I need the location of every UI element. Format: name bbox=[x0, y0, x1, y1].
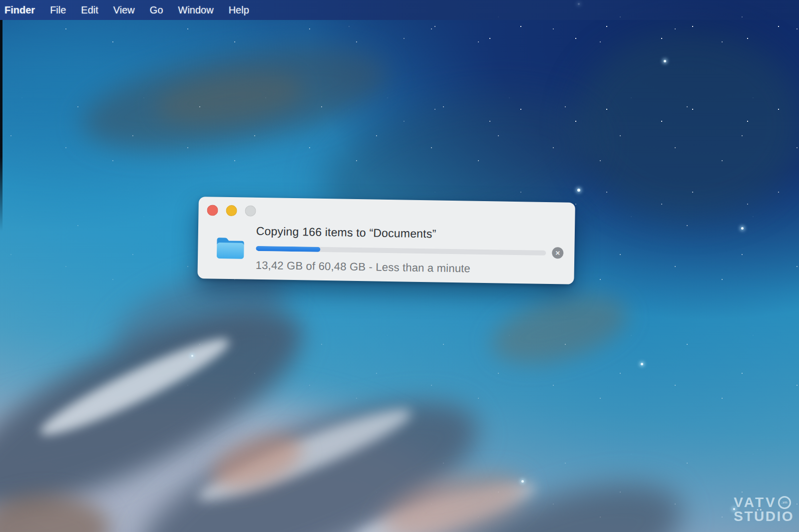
copy-info: Copying 166 items to “Documents” ✕ 13,42… bbox=[256, 225, 564, 277]
close-button[interactable] bbox=[207, 205, 218, 216]
bright-star bbox=[664, 60, 666, 62]
bright-star bbox=[191, 355, 193, 357]
cloud-shape bbox=[192, 397, 417, 513]
cloud-shape bbox=[205, 424, 309, 499]
watermark-text-top: VATV bbox=[734, 496, 777, 509]
bright-star bbox=[577, 189, 580, 192]
cloud-shape bbox=[120, 366, 498, 532]
menu-item-file[interactable]: File bbox=[50, 4, 66, 16]
watermark-vn-badge: .vn bbox=[778, 496, 791, 509]
zoom-button-disabled[interactable] bbox=[245, 205, 256, 216]
cloud-shape bbox=[0, 272, 327, 532]
stop-x-icon: ✕ bbox=[555, 250, 560, 257]
stop-button[interactable]: ✕ bbox=[552, 247, 563, 259]
watermark-line1: VATV .vn bbox=[734, 496, 794, 509]
watermark: VATV .vn STÜDIO bbox=[734, 496, 794, 524]
copy-title: Copying 166 items to “Documents” bbox=[256, 225, 564, 243]
menu-item-finder[interactable]: Finder bbox=[4, 4, 35, 16]
cloud-shape bbox=[409, 456, 699, 532]
cloud-shape bbox=[0, 399, 449, 532]
menu-item-view[interactable]: View bbox=[113, 4, 135, 16]
cloud-shape bbox=[0, 494, 110, 532]
cloud-shape bbox=[375, 461, 534, 532]
cloud-shape bbox=[350, 474, 540, 532]
progress-bar-fill bbox=[256, 246, 320, 252]
bright-star bbox=[521, 480, 524, 483]
watermark-text-bottom: STÜDIO bbox=[734, 509, 794, 524]
folder-icon bbox=[215, 234, 246, 262]
screen-bezel-edge bbox=[0, 17, 2, 232]
menu-bar: Finder File Edit View Go Window Help bbox=[0, 0, 799, 20]
cloud-shape bbox=[34, 327, 236, 446]
menu-item-window[interactable]: Window bbox=[178, 4, 214, 16]
traffic-lights bbox=[207, 205, 256, 217]
bright-star bbox=[641, 363, 643, 365]
bright-star bbox=[741, 227, 744, 230]
menu-item-edit[interactable]: Edit bbox=[81, 4, 98, 16]
copy-status: 13,42 GB of 60,48 GB - Less than a minut… bbox=[256, 259, 563, 277]
cloud-shape bbox=[484, 282, 635, 376]
cloud-shape bbox=[574, 30, 799, 220]
progress-row: ✕ bbox=[256, 243, 563, 259]
cloud-shape bbox=[75, 28, 395, 168]
cloud-shape bbox=[152, 65, 307, 133]
copy-dialog-content: Copying 166 items to “Documents” ✕ 13,42… bbox=[215, 224, 564, 277]
desktop: Finder File Edit View Go Window Help bbox=[0, 0, 799, 532]
minimize-button[interactable] bbox=[226, 205, 237, 216]
copy-progress-window[interactable]: Copying 166 items to “Documents” ✕ 13,42… bbox=[197, 197, 575, 284]
menu-item-help[interactable]: Help bbox=[229, 4, 249, 16]
menu-item-go[interactable]: Go bbox=[150, 4, 163, 16]
progress-bar bbox=[256, 246, 546, 255]
